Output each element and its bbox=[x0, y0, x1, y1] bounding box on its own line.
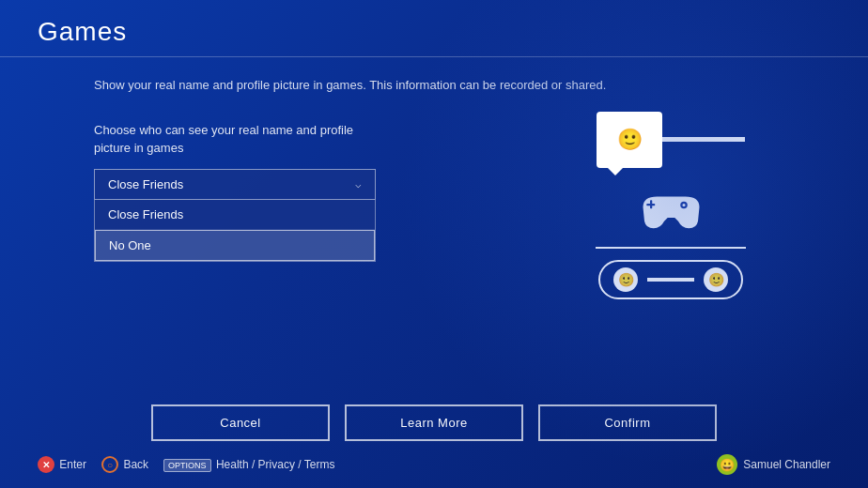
controller-svg bbox=[636, 190, 706, 232]
svg-point-3 bbox=[682, 204, 685, 206]
options-control: OPTIONS Health / Privacy / Terms bbox=[163, 458, 334, 471]
cancel-button[interactable]: Cancel bbox=[151, 404, 330, 441]
main-content: Show your real name and profile picture … bbox=[0, 57, 868, 391]
right-panel-illustration: 🙂 bbox=[567, 112, 774, 299]
left-panel: Choose who can see your real name and pr… bbox=[94, 121, 511, 200]
footer-nav: ✕ Enter ○ Back OPTIONS Health / Privacy … bbox=[38, 454, 830, 475]
header: Games bbox=[0, 0, 868, 57]
options-badge: OPTIONS bbox=[163, 459, 211, 472]
dropdown-options: Close Friends No One bbox=[94, 200, 376, 262]
bottom-bar: Cancel Learn More Confirm ✕ Enter ○ Back… bbox=[0, 391, 868, 488]
circle-icon: ○ bbox=[101, 456, 118, 473]
option-label: Close Friends bbox=[108, 207, 183, 221]
connector-line bbox=[647, 278, 694, 282]
back-control: ○ Back bbox=[101, 456, 148, 473]
smiley-icon: 🙂 bbox=[617, 128, 643, 152]
footer-user: 😀 Samuel Chandler bbox=[717, 454, 830, 475]
dropdown-container[interactable]: Close Friends ⌵ Close Friends No One bbox=[94, 169, 376, 200]
page: Games Show your real name and profile pi… bbox=[0, 0, 868, 488]
confirm-button[interactable]: Confirm bbox=[538, 404, 717, 441]
dropdown-selected-value: Close Friends bbox=[108, 177, 183, 191]
controller-icon bbox=[636, 190, 706, 236]
illustration-top: 🙂 bbox=[597, 112, 745, 168]
profile-line bbox=[660, 137, 745, 142]
chevron-down-icon: ⌵ bbox=[355, 178, 362, 191]
dropdown-selected[interactable]: Close Friends ⌵ bbox=[94, 169, 376, 200]
divider-line bbox=[596, 247, 746, 249]
page-title: Games bbox=[38, 17, 830, 47]
cross-icon: ✕ bbox=[38, 456, 54, 473]
content-area: Choose who can see your real name and pr… bbox=[94, 121, 774, 299]
option-label: No One bbox=[109, 238, 151, 252]
buttons-row: Cancel Learn More Confirm bbox=[38, 404, 830, 441]
user-name: Samuel Chandler bbox=[743, 458, 830, 471]
bottom-illustration: 🙂 🙂 bbox=[598, 260, 743, 299]
face-small-right: 🙂 bbox=[704, 267, 728, 292]
description-text: Show your real name and profile picture … bbox=[94, 76, 774, 95]
dropdown-option-close-friends[interactable]: Close Friends bbox=[95, 200, 375, 230]
enter-control: ✕ Enter bbox=[38, 456, 86, 473]
face-box-icon: 🙂 bbox=[597, 112, 662, 168]
learn-more-button[interactable]: Learn More bbox=[345, 404, 523, 441]
back-label: Back bbox=[123, 458, 148, 471]
user-avatar: 😀 bbox=[717, 454, 737, 475]
choose-label: Choose who can see your real name and pr… bbox=[94, 121, 357, 158]
enter-label: Enter bbox=[59, 458, 86, 471]
options-label: Health / Privacy / Terms bbox=[216, 458, 334, 471]
dropdown-option-no-one[interactable]: No One bbox=[95, 230, 375, 261]
svg-rect-1 bbox=[646, 204, 655, 206]
face-small-left: 🙂 bbox=[613, 267, 638, 292]
